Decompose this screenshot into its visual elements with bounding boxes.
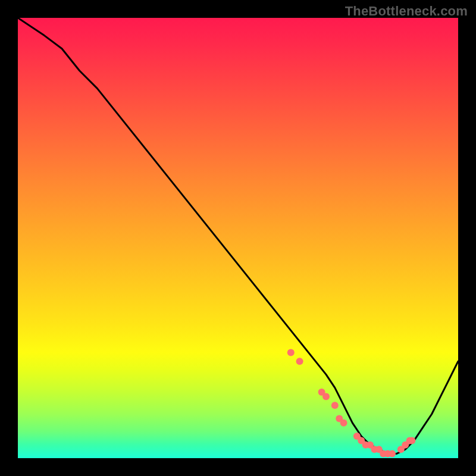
highlight-dot: [408, 437, 415, 444]
highlight-dot: [331, 402, 339, 409]
highlight-dot: [287, 349, 295, 356]
highlight-points: [287, 349, 416, 457]
plot-area: [18, 18, 458, 458]
highlight-dot: [322, 393, 330, 400]
highlight-dot: [296, 358, 303, 365]
bottleneck-curve: [18, 18, 458, 454]
curve-layer: [18, 18, 458, 458]
chart-frame: TheBottleneck.com: [0, 0, 476, 476]
watermark-text: TheBottleneck.com: [345, 4, 468, 19]
highlight-dot: [389, 450, 396, 458]
highlight-dot: [340, 419, 347, 427]
